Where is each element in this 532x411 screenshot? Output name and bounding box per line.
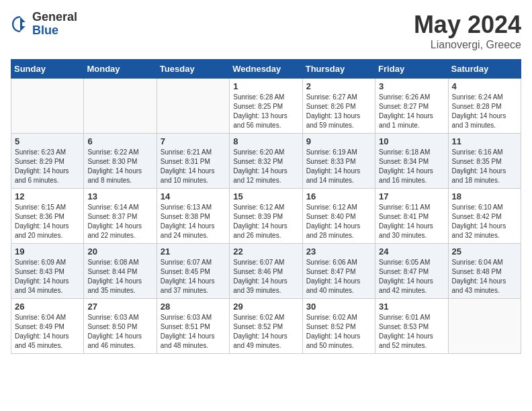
day-info: Sunrise: 6:07 AM Sunset: 8:46 PM Dayligh… [233,258,298,295]
day-number: 26 [15,302,80,312]
logo-text: General Blue [32,11,77,38]
weekday-header-row: SundayMondayTuesdayWednesdayThursdayFrid… [11,60,521,79]
calendar-week-row: 12Sunrise: 6:15 AM Sunset: 8:36 PM Dayli… [11,189,521,244]
day-info: Sunrise: 6:02 AM Sunset: 8:52 PM Dayligh… [306,313,371,351]
day-info: Sunrise: 6:04 AM Sunset: 8:48 PM Dayligh… [452,258,517,295]
day-number: 28 [161,302,226,312]
calendar-cell: 1Sunrise: 6:28 AM Sunset: 8:25 PM Daylig… [230,79,302,134]
day-number: 14 [161,191,226,201]
day-info: Sunrise: 6:06 AM Sunset: 8:47 PM Dayligh… [306,258,371,295]
calendar-cell [11,79,84,134]
calendar-cell: 23Sunrise: 6:06 AM Sunset: 8:47 PM Dayli… [302,244,375,299]
calendar-cell [157,79,229,134]
logo: General Blue [11,11,77,38]
day-info: Sunrise: 6:18 AM Sunset: 8:34 PM Dayligh… [379,148,444,185]
day-number: 10 [379,136,444,146]
day-info: Sunrise: 6:01 AM Sunset: 8:53 PM Dayligh… [379,313,444,351]
day-number: 25 [452,246,517,257]
day-info: Sunrise: 6:04 AM Sunset: 8:49 PM Dayligh… [15,313,80,351]
day-number: 1 [233,81,298,91]
calendar-cell [448,299,521,354]
day-number: 12 [15,191,80,201]
logo-blue-text: Blue [32,24,77,38]
weekday-header-tuesday: Tuesday [157,60,229,79]
calendar-cell: 22Sunrise: 6:07 AM Sunset: 8:46 PM Dayli… [230,244,302,299]
day-number: 13 [87,191,152,201]
calendar-week-row: 26Sunrise: 6:04 AM Sunset: 8:49 PM Dayli… [11,299,521,354]
calendar-cell: 15Sunrise: 6:12 AM Sunset: 8:39 PM Dayli… [230,189,302,244]
calendar-cell: 14Sunrise: 6:13 AM Sunset: 8:38 PM Dayli… [157,189,229,244]
day-number: 29 [233,302,298,312]
day-number: 31 [379,302,444,312]
day-number: 7 [161,136,226,146]
day-number: 17 [379,191,444,201]
day-info: Sunrise: 6:24 AM Sunset: 8:28 PM Dayligh… [452,93,517,130]
calendar-cell: 25Sunrise: 6:04 AM Sunset: 8:48 PM Dayli… [448,244,521,299]
day-number: 23 [306,246,371,257]
calendar-cell: 12Sunrise: 6:15 AM Sunset: 8:36 PM Dayli… [11,189,84,244]
day-number: 27 [87,302,152,312]
weekday-header-sunday: Sunday [11,60,84,79]
day-info: Sunrise: 6:26 AM Sunset: 8:27 PM Dayligh… [379,93,444,130]
day-number: 5 [15,136,80,146]
day-info: Sunrise: 6:09 AM Sunset: 8:43 PM Dayligh… [15,258,80,295]
calendar-cell: 18Sunrise: 6:10 AM Sunset: 8:42 PM Dayli… [448,189,521,244]
day-number: 4 [452,81,517,91]
day-info: Sunrise: 6:10 AM Sunset: 8:42 PM Dayligh… [452,203,517,240]
day-info: Sunrise: 6:12 AM Sunset: 8:40 PM Dayligh… [306,203,371,240]
day-info: Sunrise: 6:03 AM Sunset: 8:51 PM Dayligh… [161,313,226,351]
calendar-cell: 6Sunrise: 6:22 AM Sunset: 8:30 PM Daylig… [84,134,157,189]
day-info: Sunrise: 6:23 AM Sunset: 8:29 PM Dayligh… [15,148,80,185]
calendar-cell: 7Sunrise: 6:21 AM Sunset: 8:31 PM Daylig… [157,134,229,189]
calendar-cell: 8Sunrise: 6:20 AM Sunset: 8:32 PM Daylig… [230,134,302,189]
day-info: Sunrise: 6:08 AM Sunset: 8:44 PM Dayligh… [87,258,152,295]
calendar-cell: 3Sunrise: 6:26 AM Sunset: 8:27 PM Daylig… [375,79,448,134]
day-number: 8 [233,136,298,146]
calendar-cell: 31Sunrise: 6:01 AM Sunset: 8:53 PM Dayli… [375,299,448,354]
day-info: Sunrise: 6:15 AM Sunset: 8:36 PM Dayligh… [15,203,80,240]
day-number: 16 [306,191,371,201]
weekday-header-friday: Friday [375,60,448,79]
day-number: 19 [15,246,80,257]
day-info: Sunrise: 6:07 AM Sunset: 8:45 PM Dayligh… [161,258,226,295]
day-number: 11 [452,136,517,146]
calendar-cell: 4Sunrise: 6:24 AM Sunset: 8:28 PM Daylig… [448,79,521,134]
day-number: 21 [161,246,226,257]
calendar-week-row: 19Sunrise: 6:09 AM Sunset: 8:43 PM Dayli… [11,244,521,299]
calendar-cell: 19Sunrise: 6:09 AM Sunset: 8:43 PM Dayli… [11,244,84,299]
page-header: General Blue May 2024 Lianovergi, Greece [11,11,521,51]
day-info: Sunrise: 6:16 AM Sunset: 8:35 PM Dayligh… [452,148,517,185]
day-info: Sunrise: 6:28 AM Sunset: 8:25 PM Dayligh… [233,93,298,130]
day-number: 3 [379,81,444,91]
calendar-cell: 28Sunrise: 6:03 AM Sunset: 8:51 PM Dayli… [157,299,229,354]
calendar-cell: 29Sunrise: 6:02 AM Sunset: 8:52 PM Dayli… [230,299,302,354]
day-number: 6 [87,136,152,146]
day-number: 30 [306,302,371,312]
weekday-header-thursday: Thursday [302,60,375,79]
day-info: Sunrise: 6:27 AM Sunset: 8:26 PM Dayligh… [306,93,371,130]
calendar-cell: 20Sunrise: 6:08 AM Sunset: 8:44 PM Dayli… [84,244,157,299]
calendar-cell: 24Sunrise: 6:05 AM Sunset: 8:47 PM Dayli… [375,244,448,299]
day-info: Sunrise: 6:22 AM Sunset: 8:30 PM Dayligh… [87,148,152,185]
day-info: Sunrise: 6:21 AM Sunset: 8:31 PM Dayligh… [161,148,226,185]
day-number: 22 [233,246,298,257]
logo-general-text: General [32,11,77,24]
day-info: Sunrise: 6:20 AM Sunset: 8:32 PM Dayligh… [233,148,298,185]
day-number: 20 [87,246,152,257]
weekday-header-saturday: Saturday [448,60,521,79]
month-title: May 2024 [414,11,521,39]
title-area: May 2024 Lianovergi, Greece [414,11,521,51]
calendar-table: SundayMondayTuesdayWednesdayThursdayFrid… [11,59,521,354]
calendar-cell: 13Sunrise: 6:14 AM Sunset: 8:37 PM Dayli… [84,189,157,244]
day-info: Sunrise: 6:14 AM Sunset: 8:37 PM Dayligh… [87,203,152,240]
day-number: 9 [306,136,371,146]
calendar-cell: 5Sunrise: 6:23 AM Sunset: 8:29 PM Daylig… [11,134,84,189]
day-info: Sunrise: 6:19 AM Sunset: 8:33 PM Dayligh… [306,148,371,185]
day-info: Sunrise: 6:05 AM Sunset: 8:47 PM Dayligh… [379,258,444,295]
day-info: Sunrise: 6:03 AM Sunset: 8:50 PM Dayligh… [87,313,152,351]
calendar-cell: 11Sunrise: 6:16 AM Sunset: 8:35 PM Dayli… [448,134,521,189]
location-title: Lianovergi, Greece [414,39,521,51]
calendar-cell: 30Sunrise: 6:02 AM Sunset: 8:52 PM Dayli… [302,299,375,354]
day-number: 15 [233,191,298,201]
calendar-cell: 17Sunrise: 6:11 AM Sunset: 8:41 PM Dayli… [375,189,448,244]
